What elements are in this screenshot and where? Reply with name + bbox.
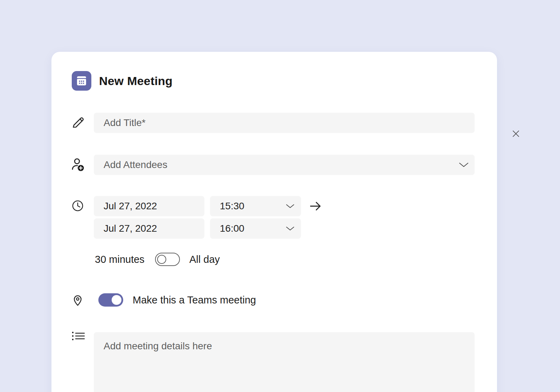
teams-meeting-label: Make this a Teams meeting — [133, 293, 256, 307]
start-time-field[interactable]: 15:30 — [210, 196, 301, 216]
chevron-down-icon[interactable] — [458, 162, 469, 168]
toggle-knob — [157, 255, 166, 264]
new-meeting-dialog: New Meeting — [51, 52, 497, 392]
duration-label[interactable]: 30 minutes — [95, 253, 145, 266]
close-button[interactable] — [506, 124, 525, 143]
attendees-field[interactable] — [94, 155, 475, 175]
clock-icon — [71, 200, 84, 212]
start-date-field[interactable]: Jul 27, 2022 — [94, 196, 204, 216]
person-add-icon — [70, 156, 86, 173]
end-time-value: 16:00 — [220, 223, 244, 234]
end-time-field[interactable]: 16:00 — [210, 218, 301, 239]
start-date-value: Jul 27, 2022 — [104, 201, 157, 212]
chevron-down-icon[interactable] — [286, 203, 295, 209]
attendees-input[interactable] — [94, 155, 475, 175]
arrow-right-icon — [308, 199, 322, 213]
end-date-value: Jul 27, 2022 — [104, 223, 157, 234]
bulleted-list-icon — [71, 331, 85, 341]
meeting-details-textarea[interactable] — [94, 332, 475, 392]
teams-meeting-toggle[interactable] — [98, 293, 123, 307]
start-time-value: 15:30 — [220, 201, 244, 212]
end-date-field[interactable]: Jul 27, 2022 — [94, 218, 204, 239]
pencil-icon — [71, 115, 85, 130]
toggle-knob — [112, 295, 121, 305]
all-day-label: All day — [189, 253, 220, 266]
dialog-title: New Meeting — [99, 71, 173, 91]
chevron-down-icon[interactable] — [286, 226, 295, 231]
location-pin-icon — [71, 293, 85, 307]
title-input[interactable] — [94, 113, 475, 133]
close-icon[interactable] — [511, 128, 521, 139]
all-day-toggle[interactable] — [155, 253, 180, 266]
calendar-icon — [75, 75, 88, 87]
calendar-app-icon — [72, 71, 91, 91]
